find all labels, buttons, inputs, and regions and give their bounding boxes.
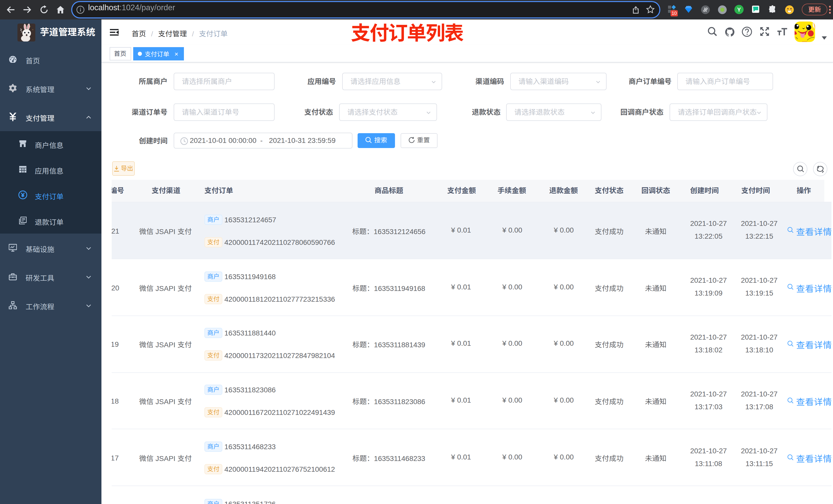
svg-text:Y: Y — [737, 6, 741, 13]
